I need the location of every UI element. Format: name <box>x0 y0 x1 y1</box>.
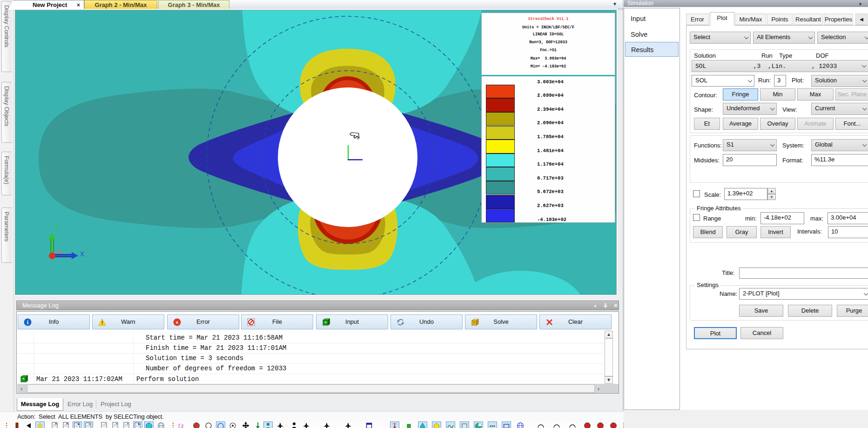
svg-text:Y: Y <box>54 224 59 232</box>
svg-text:*: * <box>22 378 25 382</box>
svg-text:X: X <box>80 251 84 259</box>
svg-text:[z: [z <box>178 423 184 428</box>
